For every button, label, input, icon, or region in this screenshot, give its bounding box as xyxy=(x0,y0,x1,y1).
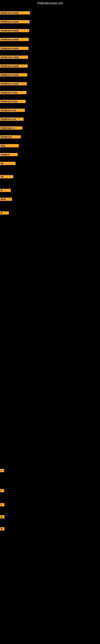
bottleneck-result-item: Bottleneck xyxy=(0,135,21,138)
bottleneck-result-item: Bo xyxy=(0,162,16,165)
bottleneck-result-item: | xyxy=(0,469,4,472)
bottleneck-result-item: Bottleneck result xyxy=(0,64,28,68)
site-title: TheBottlenecker.com xyxy=(0,0,100,6)
bottleneck-result-item: Bottleneck result xyxy=(0,47,28,50)
bottleneck-result-item: Bottleneck res xyxy=(0,118,24,121)
bottleneck-result-item: Bottleneck result xyxy=(0,38,29,41)
bottleneck-result-item: E xyxy=(0,515,4,518)
bottleneck-result-item: Bo xyxy=(0,175,13,178)
bottleneck-result-item: Bottleneck re xyxy=(0,126,22,130)
bottleneck-result-item: | xyxy=(0,489,4,492)
bottleneck-result-item: Bottlene xyxy=(0,153,18,156)
bottleneck-result-item: B xyxy=(0,211,9,214)
bottleneck-result-item: Bottl xyxy=(0,198,12,201)
bottleneck-result-item: Bottleneck result xyxy=(0,20,30,23)
bottleneck-result-item: Bottleneck result xyxy=(0,82,27,85)
bottleneck-result-item: Bott xyxy=(0,144,19,147)
bottleneck-result-item: Bottleneck result xyxy=(0,29,29,32)
bottleneck-result-item: Bottleneck resu xyxy=(0,91,26,94)
bottleneck-result-item: Bottleneck result xyxy=(0,11,30,14)
bottleneck-result-item: B xyxy=(0,189,11,192)
bottleneck-result-item: Bottleneck result xyxy=(0,73,27,76)
bottleneck-result-item: | xyxy=(0,503,4,506)
bottleneck-result-item: Bottleneck result xyxy=(0,56,28,59)
bottleneck-result-item: Bottleneck resu xyxy=(0,100,26,103)
bottleneck-result-item: B xyxy=(0,527,4,530)
bottleneck-result-item: Bottleneck res xyxy=(0,109,25,112)
